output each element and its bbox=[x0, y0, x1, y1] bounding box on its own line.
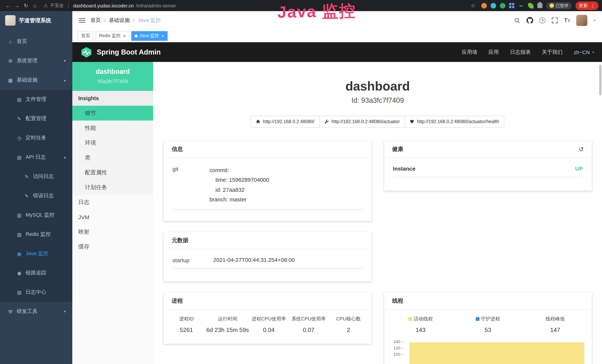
sidebar-collapse-icon[interactable] bbox=[79, 18, 85, 23]
sba-nav-journal[interactable]: 日志报表 bbox=[510, 49, 531, 55]
tab-item[interactable]: 首页 bbox=[78, 31, 93, 41]
sba-menu-details[interactable]: 细节 bbox=[72, 106, 153, 120]
sidebar-item-redis-monitor[interactable]: ▧Redis 监控 bbox=[0, 225, 72, 244]
app-title: 芋道管理系统 bbox=[19, 17, 51, 24]
sba-instance-block[interactable]: dashboard 93a3fc7f7409 bbox=[72, 62, 153, 91]
breadcrumb-item[interactable]: 基础设施 bbox=[109, 17, 130, 24]
sba-brand[interactable]: Spring Boot Admin bbox=[80, 46, 161, 58]
sidebar-item-system[interactable]: ⚙系统管理▾ bbox=[0, 51, 72, 70]
instance-link-button[interactable]: http://192.168.0.2:48080/actuator bbox=[319, 116, 405, 128]
fullscreen-icon[interactable] bbox=[552, 17, 558, 23]
metadata-row-label: startup bbox=[172, 257, 213, 263]
back-icon[interactable]: ← bbox=[4, 3, 13, 9]
sidebar-item-file-manage[interactable]: ▤文件管理 bbox=[0, 90, 72, 109]
tab-close-icon[interactable]: × bbox=[123, 33, 126, 38]
mysql-monitor-icon: ▥ bbox=[16, 212, 22, 218]
sba-menu-environment[interactable]: 环境 bbox=[72, 135, 153, 150]
threads-card-title: 线程 bbox=[392, 298, 403, 304]
sba-menu-metrics[interactable]: 性能 bbox=[72, 120, 153, 135]
history-icon[interactable]: ↺ bbox=[579, 146, 584, 152]
extension-on-toggle-icon[interactable]: on bbox=[518, 3, 524, 8]
error-log-icon: ✎ bbox=[24, 193, 30, 199]
sidebar-item-label: 研发工具 bbox=[17, 308, 37, 315]
extensions-puzzle-icon[interactable] bbox=[537, 3, 542, 8]
sidebar-item-access-log[interactable]: ✎访问日志 bbox=[0, 167, 72, 186]
scheduled-job-icon: ◷ bbox=[16, 135, 22, 141]
sidebar-item-dev-tools[interactable]: ⚒研发工具▾ bbox=[0, 302, 72, 321]
scrollbar-thumb[interactable] bbox=[599, 65, 602, 95]
sba-menu-classes[interactable]: 类 bbox=[72, 150, 153, 165]
metadata-value: 2021-04-27T00:44:31.254+08:00 bbox=[213, 257, 295, 263]
sba-nav-about[interactable]: 关于我们 bbox=[542, 49, 563, 55]
browser-home-icon[interactable]: ⌂ bbox=[30, 3, 39, 9]
config-manage-icon: ✎ bbox=[16, 116, 22, 121]
sba-locale-select[interactable]: zh~CN▾ bbox=[574, 49, 594, 55]
sidebar-item-infrastructure[interactable]: ▦基础设施▴ bbox=[0, 70, 72, 90]
reload-icon[interactable]: ↻ bbox=[22, 3, 30, 9]
sba-nav-applications[interactable]: 应用 bbox=[489, 49, 499, 55]
sba-navbar: Spring Boot Admin 应用墙应用日志报表关于我们zh~CN▾ bbox=[72, 42, 602, 62]
extension-leaf-icon[interactable] bbox=[528, 3, 533, 8]
process-metric-label: 系统CPU使用率 bbox=[289, 316, 329, 322]
info-row: git commit:time: 1596289704000id: 27aa83… bbox=[172, 165, 363, 210]
extension-orange-icon[interactable] bbox=[481, 3, 487, 8]
user-avatar[interactable] bbox=[576, 15, 588, 26]
sidebar-item-mysql-monitor[interactable]: ▥MySQL 监控 bbox=[0, 205, 72, 225]
bookmark-star-icon[interactable]: ☆ bbox=[469, 3, 477, 9]
info-card: 信息 git commit:time: 1596289704000id: 27a… bbox=[163, 141, 371, 221]
browser-extensions-area: ☆ on 已暂停 更新 ⋮ bbox=[469, 1, 599, 10]
sidebar-item-config-manage[interactable]: ✎配置管理 bbox=[0, 109, 72, 128]
tab-close-icon[interactable]: × bbox=[161, 33, 164, 38]
process-metric-label: 进程ID bbox=[166, 316, 206, 322]
extension-grid-icon[interactable] bbox=[509, 3, 514, 8]
chrome-update-button[interactable]: 更新 ⋮ bbox=[575, 1, 599, 10]
sba-menu-logs[interactable]: 日志 bbox=[72, 195, 153, 210]
extension-teal-icon[interactable] bbox=[490, 3, 496, 8]
tab-item[interactable]: Redis 监控× bbox=[96, 31, 129, 41]
sidebar-item-home[interactable]: ⌂首页 bbox=[0, 32, 72, 51]
sba-menu-config-props[interactable]: 配置属性 bbox=[72, 165, 153, 180]
sidebar-item-api-log[interactable]: ▤API 日志▴ bbox=[0, 148, 72, 167]
process-metric-value: 6d 23h 15m 59s bbox=[206, 327, 249, 333]
health-row: Instance UP bbox=[393, 165, 583, 177]
address-bar[interactable]: ⚠ 不安全 dashboard.yudao.iocoder.cn/infra/a… bbox=[44, 2, 176, 9]
instance-link-button[interactable]: http://192.168.0.2:48080/ bbox=[251, 116, 320, 128]
update-label: 更新 bbox=[579, 2, 588, 9]
sba-menu-caches[interactable]: 缓存 bbox=[72, 239, 153, 254]
user-menu-caret-icon[interactable]: ▾ bbox=[594, 19, 595, 22]
sidebar-item-log-center[interactable]: ▤日志中心 bbox=[0, 283, 72, 302]
threads-legend-value: 143 bbox=[387, 327, 454, 333]
forward-icon[interactable]: → bbox=[13, 3, 22, 9]
sba-main: dashboard Id: 93a3fc7f7409 http://192.16… bbox=[153, 62, 602, 364]
tab-item[interactable]: Java 监控× bbox=[131, 31, 167, 41]
sidebar-item-scheduled-job[interactable]: ◷定时任务 bbox=[0, 128, 72, 148]
sba-menu-jvm[interactable]: JVM bbox=[72, 210, 153, 224]
browser-menu-icon[interactable]: ⋮ bbox=[590, 3, 595, 8]
url-host: dashboard.yudao.iocoder.cn bbox=[73, 3, 134, 8]
sidebar-item-java-monitor[interactable]: ▣Java 监控 bbox=[0, 244, 72, 263]
app-logo[interactable]: 芋道管理系统 bbox=[0, 11, 72, 30]
breadcrumb-item[interactable]: 首页 bbox=[90, 17, 101, 24]
sba-nav-wallboard[interactable]: 应用墙 bbox=[462, 49, 477, 55]
instance-link-button[interactable]: http://192.168.0.2:48080/actuator/health bbox=[405, 116, 504, 128]
security-label: 不安全 bbox=[50, 2, 64, 9]
sba-locale-label: zh~CN bbox=[574, 49, 590, 55]
github-icon[interactable] bbox=[527, 17, 533, 24]
help-icon[interactable]: ? bbox=[539, 17, 546, 23]
search-icon[interactable] bbox=[514, 17, 520, 23]
sba-menu-scheduled-tasks[interactable]: 计划任务 bbox=[72, 180, 153, 195]
link-url: http://192.168.0.2:48080/ bbox=[263, 119, 314, 124]
instance-title: dashboard bbox=[153, 79, 602, 94]
extension-green-icon[interactable] bbox=[500, 3, 505, 8]
threads-legend-label: 线程峰值 bbox=[522, 316, 589, 322]
sidebar-item-error-log[interactable]: ✎错误日志 bbox=[0, 186, 72, 205]
sidebar-item-trace[interactable]: ◉链路追踪 bbox=[0, 263, 72, 283]
java-monitor-icon: ▣ bbox=[16, 251, 22, 257]
paused-label: 已暂停 bbox=[556, 3, 569, 8]
paused-extension-badge[interactable]: 已暂停 bbox=[546, 2, 572, 9]
sba-menu-mappings[interactable]: 映射 bbox=[72, 224, 153, 239]
log-center-icon: ▤ bbox=[16, 289, 22, 295]
font-size-icon[interactable]: TT bbox=[564, 17, 570, 24]
sidebar-item-label: 链路追踪 bbox=[26, 270, 46, 276]
threads-legend-label: 守护进程 bbox=[454, 316, 522, 322]
